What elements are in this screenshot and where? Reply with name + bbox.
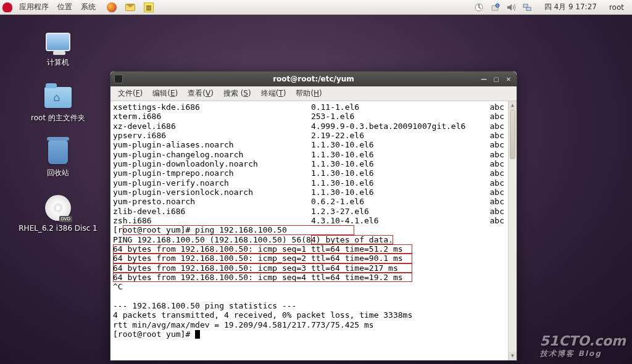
home-folder-icon (44, 87, 72, 108)
scroll-thumb[interactable] (510, 110, 515, 159)
launcher-firefox[interactable] (102, 0, 121, 15)
desktop-home-label: root 的主文件夹 (31, 114, 85, 123)
dvd-icon (45, 195, 71, 221)
menubar: 文件(F) 编辑(E) 查看(V) 搜索 (S) 终端(T) 帮助(H) (110, 86, 517, 101)
trash-icon (48, 141, 68, 164)
window-title: root@root:/etc/yum (110, 75, 517, 83)
terminal-app-icon (114, 75, 123, 83)
desktop-computer-label: 计算机 (47, 58, 69, 68)
scroll-down-button[interactable]: ▼ (509, 352, 517, 360)
desktop-disc-label: RHEL_6.2 i386 Disc 1 (19, 224, 97, 234)
svg-point-2 (496, 4, 499, 7)
close-button[interactable]: ✕ (503, 74, 514, 84)
computer-icon (46, 33, 70, 51)
titlebar[interactable]: root@root:/etc/yum — ▢ ✕ (110, 72, 517, 86)
mail-icon (125, 4, 135, 11)
menu-file[interactable]: 文件(F) (113, 88, 148, 99)
desktop-disc[interactable]: RHEL_6.2 i386 Disc 1 (15, 193, 101, 234)
menu-places[interactable]: 位置 (53, 0, 77, 15)
watermark: 51CTO.com 技术博客 Blog (540, 333, 626, 359)
scroll-up-button[interactable]: ▲ (509, 101, 517, 110)
network-icon[interactable] (521, 1, 533, 14)
menu-edit[interactable]: 编辑(E) (148, 88, 183, 99)
launcher-mail[interactable] (121, 0, 139, 15)
menu-help[interactable]: 帮助(H) (291, 88, 326, 99)
desktop-computer[interactable]: 计算机 (15, 27, 101, 68)
update-indicator-icon[interactable] (489, 1, 501, 14)
redhat-icon (2, 2, 12, 12)
menu-search[interactable]: 搜索 (S) (218, 88, 256, 99)
top-panel: 应用程序 位置 系统 四 4月 9 17:27 root (0, 0, 632, 15)
desktop-trash-label: 回收站 (47, 168, 69, 178)
volume-icon[interactable] (505, 1, 517, 14)
menu-terminal[interactable]: 终端(T) (256, 88, 291, 99)
desktop: 计算机 root 的主文件夹 回收站 RHEL_6.2 i386 Disc 1 (15, 27, 101, 248)
desktop-trash[interactable]: 回收站 (15, 138, 101, 178)
menu-system[interactable]: 系统 (77, 0, 100, 15)
clock[interactable]: 四 4月 9 17:27 (540, 0, 601, 15)
terminal-output[interactable]: xsettings-kde.i686 0.11-1.el6 abc xterm.… (110, 101, 517, 360)
user-menu[interactable]: root (605, 0, 628, 15)
launcher-notes[interactable] (139, 0, 158, 15)
scrollbar[interactable]: ▲ ▼ (508, 101, 517, 360)
desktop-home[interactable]: root 的主文件夹 (15, 83, 101, 123)
maximize-button[interactable]: ▢ (491, 74, 502, 84)
svg-rect-3 (523, 4, 528, 7)
note-icon (144, 2, 154, 12)
svg-rect-4 (526, 7, 531, 10)
terminal-window: root@root:/etc/yum — ▢ ✕ 文件(F) 编辑(E) 查看(… (110, 71, 517, 361)
menu-applications[interactable]: 应用程序 (15, 0, 53, 15)
menu-view[interactable]: 查看(V) (183, 88, 218, 99)
firefox-icon (107, 2, 117, 12)
cpu-indicator-icon[interactable] (473, 1, 485, 14)
minimize-button[interactable]: — (478, 74, 489, 84)
